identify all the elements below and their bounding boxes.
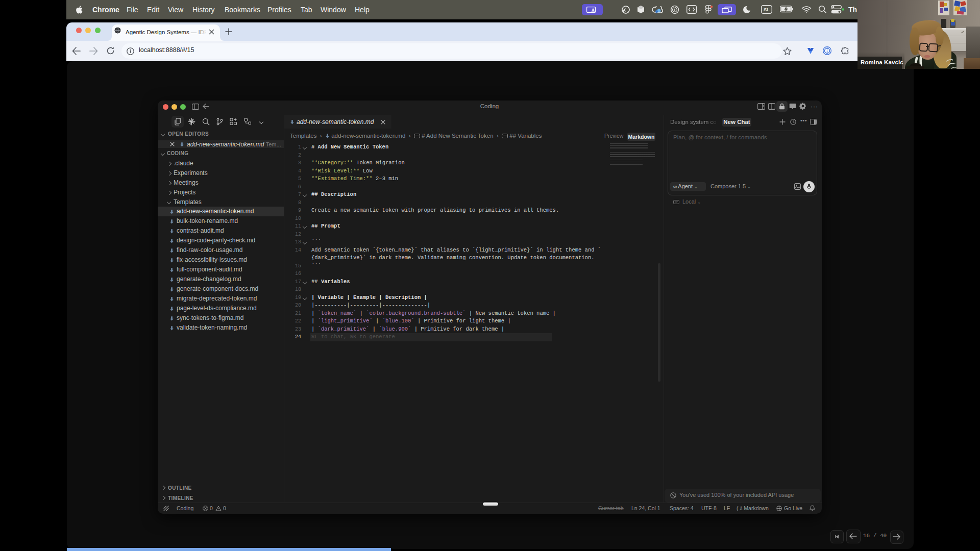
svg-text:SL: SL	[764, 7, 770, 12]
